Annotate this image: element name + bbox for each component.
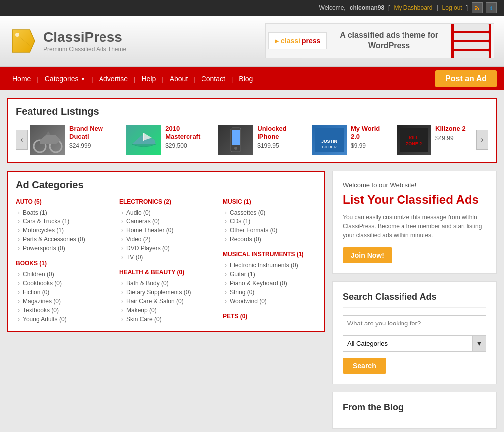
nav-help[interactable]: Help [137, 69, 161, 89]
cat-item-textbooks[interactable]: Textbooks (0) [16, 306, 109, 315]
cat-item-cds[interactable]: CDs (1) [223, 217, 316, 226]
featured-name-ducati[interactable]: Brand New Ducati [69, 125, 103, 140]
featured-info-myworld: My World 2.0 $9.99 [351, 125, 389, 149]
featured-info-ducati: Brand New Ducati $24,999 [69, 125, 119, 149]
banner-press: press [302, 37, 320, 45]
featured-info-mastercraft: 2010 Mastercraft $29,500 [165, 125, 211, 149]
featured-item-mastercraft: 2010 Mastercraft $29,500 [126, 125, 211, 155]
cat-item-string[interactable]: String (0) [223, 288, 316, 297]
cat-item-video[interactable]: Video (2) [119, 235, 213, 244]
nav-sep-1: | [36, 75, 39, 83]
featured-item-ducati: Brand New Ducati $24,999 [30, 125, 119, 155]
cat-item-makeup[interactable]: Makeup (0) [119, 306, 213, 315]
cat-item-boats[interactable]: Boats (1) [16, 208, 109, 217]
featured-price-myworld: $9.99 [351, 142, 389, 149]
featured-name-killzone[interactable]: Killzone 2 [435, 125, 466, 132]
join-now-button[interactable]: Join Now! [343, 247, 392, 263]
cat-section-electronics: ELECTRONICS (2) [119, 198, 213, 205]
cat-item-guitar[interactable]: Guitar (1) [223, 270, 316, 279]
blog-title: From the Blog [343, 402, 486, 418]
nav-advertise[interactable]: Advertise [94, 69, 133, 89]
logo-text: ClassiPress Premium Classified Ads Theme [43, 29, 126, 53]
svg-text:KILL: KILL [409, 135, 419, 140]
welcome-box: Welcome to our Web site! List Your Class… [332, 171, 497, 274]
featured-info-iphone: Unlocked iPhone $199.95 [257, 125, 304, 149]
two-col-layout: Ad Categories AUTO (5) Boats (1) Cars & … [7, 171, 497, 432]
top-bar-bracket-close: ] [466, 4, 468, 11]
twitter-icon[interactable]: t [486, 2, 497, 13]
post-ad-button[interactable]: Post an Ad [435, 70, 497, 87]
cat-item-records[interactable]: Records (0) [223, 235, 316, 244]
logo-tag-icon [10, 27, 37, 55]
username: chicoman98 [350, 4, 384, 11]
top-bar-sep: | [436, 4, 438, 11]
cat-item-dvd-players[interactable]: DVD Players (0) [119, 244, 213, 253]
cat-item-hair-care[interactable]: Hair Care & Salon (0) [119, 297, 213, 306]
nav-contact[interactable]: Contact [197, 69, 230, 89]
featured-next-arrow[interactable]: › [476, 130, 488, 150]
nav-sep-2: | [90, 75, 94, 83]
categories-grid: AUTO (5) Boats (1) Cars & Trucks (1) Mot… [16, 198, 316, 324]
cat-section-instruments: MUSICAL INSTRUMENTS (1) [223, 251, 316, 258]
logout-link[interactable]: Log out [442, 4, 462, 11]
cat-item-dietary-supplements[interactable]: Dietary Supplements (0) [119, 288, 213, 297]
featured-price-iphone: $199.95 [257, 142, 304, 149]
search-category-select[interactable]: All Categories [343, 335, 486, 352]
cat-item-other-formats[interactable]: Other Formats (0) [223, 226, 316, 235]
nav-sep-5: | [193, 75, 196, 83]
featured-info-killzone: Killzone 2 $49.99 [435, 125, 466, 142]
cat-item-young-adults[interactable]: Young Adults (0) [16, 315, 109, 324]
cat-item-skin-care[interactable]: Skin Care (0) [119, 315, 213, 324]
cat-item-cassettes[interactable]: Cassettes (0) [223, 208, 316, 217]
svg-point-8 [234, 147, 237, 150]
featured-img-killzone: KILLZONE 2 [397, 125, 431, 155]
dashboard-link[interactable]: My Dashboard [394, 4, 432, 11]
rss-icon[interactable] [472, 2, 483, 13]
header: ClassiPress Premium Classified Ads Theme… [0, 16, 504, 67]
cat-item-woodwind[interactable]: Woodwind (0) [223, 297, 316, 306]
nav-categories[interactable]: Categories ▼ [40, 69, 91, 89]
cat-item-children[interactable]: Children (0) [16, 270, 109, 279]
cat-item-cameras[interactable]: Cameras (0) [119, 217, 213, 226]
cat-item-motorcycles[interactable]: Motorcycles (1) [16, 226, 109, 235]
cat-item-fiction[interactable]: Fiction (0) [16, 288, 109, 297]
featured-price-mastercraft: $29,500 [165, 142, 211, 149]
featured-img-iphone [218, 125, 253, 155]
featured-listings-box: Featured Listings ‹ Brand New Ducati $24… [7, 98, 497, 163]
cat-item-magazines[interactable]: Magazines (0) [16, 297, 109, 306]
search-category-wrapper: All Categories ▼ [343, 335, 486, 352]
cat-item-home-theater[interactable]: Home Theater (0) [119, 226, 213, 235]
search-input[interactable] [343, 315, 486, 331]
banner-right-decoration [451, 23, 491, 58]
cat-item-powersports[interactable]: Powersports (0) [16, 244, 109, 253]
cat-item-cookbooks[interactable]: Cookbooks (0) [16, 279, 109, 288]
nav-about[interactable]: About [165, 69, 193, 89]
cat-col-3: MUSIC (1) Cassettes (0) CDs (1) Other Fo… [223, 198, 316, 324]
nav-left: Home | Categories ▼ | Advertise | Help |… [7, 69, 258, 89]
banner-ad[interactable]: ▶ classipress A classified ads theme for… [265, 23, 494, 58]
categories-box: Ad Categories AUTO (5) Boats (1) Cars & … [7, 171, 325, 332]
featured-item-killzone: KILLZONE 2 Killzone 2 $49.99 [397, 125, 474, 155]
nav-blog[interactable]: Blog [234, 69, 258, 89]
featured-prev-arrow[interactable]: ‹ [16, 130, 28, 150]
top-bar-icons: t [472, 2, 497, 13]
featured-name-myworld[interactable]: My World 2.0 [351, 125, 380, 140]
cat-item-cars-trucks[interactable]: Cars & Trucks (1) [16, 217, 109, 226]
logo-area: ClassiPress Premium Classified Ads Theme [10, 27, 126, 55]
cat-item-bath-body[interactable]: Bath & Body (0) [119, 279, 213, 288]
banner-clp: classi [281, 37, 300, 45]
featured-title: Featured Listings [16, 106, 488, 117]
featured-name-iphone[interactable]: Unlocked iPhone [257, 125, 287, 140]
top-bar-bracket: [ [388, 4, 390, 11]
featured-name-mastercraft[interactable]: 2010 Mastercraft [165, 125, 200, 140]
nav-home[interactable]: Home [7, 69, 36, 89]
search-box: Search Classified Ads All Categories ▼ S… [332, 281, 497, 384]
cat-item-parts-accessories[interactable]: Parts & Accessories (0) [16, 235, 109, 244]
cat-item-electronic-instruments[interactable]: Electronic Instruments (0) [223, 261, 316, 270]
cat-item-audio[interactable]: Audio (0) [119, 208, 213, 217]
cat-section-pets: PETS (0) [223, 313, 316, 320]
categories-title: Ad Categories [16, 179, 316, 191]
search-button[interactable]: Search [343, 358, 386, 374]
cat-item-tv[interactable]: TV (0) [119, 253, 213, 262]
cat-item-piano[interactable]: Piano & Keyboard (0) [223, 279, 316, 288]
